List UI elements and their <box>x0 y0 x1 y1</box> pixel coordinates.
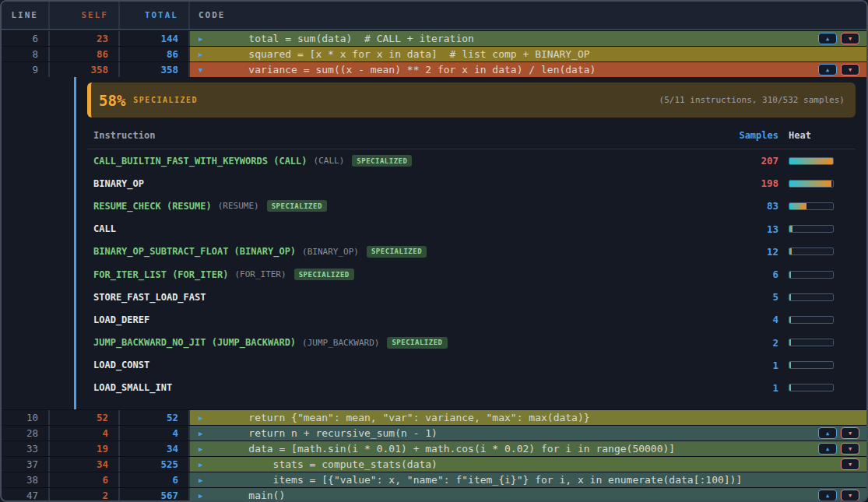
nav-buttons: ▲ ▼ <box>818 64 866 75</box>
code-cell[interactable]: ▼ variance = sum((x - mean) ** 2 for x i… <box>190 62 866 77</box>
code-cell[interactable]: ▶ return n + recursive_sum(n - 1) ▲ ▼ <box>190 426 866 441</box>
samples-value: 198 <box>732 177 778 189</box>
expander-icon[interactable]: ▶ <box>199 488 208 502</box>
instruction-row: STORE_FAST_LOAD_FAST 5 <box>87 286 856 308</box>
heat-cell <box>789 293 856 301</box>
heat-cell <box>789 316 856 324</box>
line-number: 8 <box>2 47 50 61</box>
nav-up-button[interactable]: ▲ <box>818 443 837 455</box>
line-number: 47 <box>2 488 50 502</box>
code-text: total = sum(data) # CALL + iteration <box>224 31 474 47</box>
instruction-base-name: (CALL) <box>314 156 345 166</box>
expander-icon[interactable]: ▶ <box>199 410 208 426</box>
heat-cell <box>789 225 856 233</box>
nav-down-button[interactable]: ▼ <box>841 458 859 470</box>
nav-down-button[interactable]: ▼ <box>841 33 859 44</box>
expander-icon[interactable]: ▶ <box>199 472 208 488</box>
heat-cell <box>789 271 856 279</box>
instruction-name: STORE_FAST_LOAD_FAST <box>93 292 206 303</box>
specialized-badge: SPECIALIZED <box>352 155 412 167</box>
expander-icon[interactable]: ▶ <box>199 457 208 472</box>
nav-down-button[interactable]: ▼ <box>841 64 859 75</box>
total-samples: 144 <box>120 31 190 46</box>
column-header-instruction: Instruction <box>93 130 732 141</box>
instruction-base-name: (BINARY_OP) <box>302 247 359 257</box>
self-samples: 34 <box>50 457 120 472</box>
table-row: 8 86 86 ▶ squared = [x * x for x in data… <box>2 46 866 61</box>
instruction-cell: STORE_FAST_LOAD_FAST <box>93 292 732 303</box>
heat-bar-fill <box>789 158 833 164</box>
instruction-row: FOR_ITER_LIST (FOR_ITER) (FOR_ITER) SPEC… <box>87 263 856 286</box>
code-cell[interactable]: ▶ total = sum(data) # CALL + iteration ▲… <box>190 31 866 46</box>
expander-icon[interactable]: ▼ <box>199 62 208 78</box>
profiler-window: LINE SELF TOTAL CODE 6 23 144 ▶ total = … <box>0 0 868 502</box>
code-cell[interactable]: ▶ squared = [x * x for x in data] # list… <box>190 47 866 61</box>
heat-bar <box>789 316 834 324</box>
self-samples: 23 <box>50 31 120 46</box>
specialized-badge: SPECIALIZED <box>367 246 427 258</box>
instruction-name: FOR_ITER_LIST (FOR_ITER) <box>93 269 228 280</box>
total-samples: 567 <box>120 488 190 502</box>
code-cell[interactable]: ▶ main() ▲ ▼ <box>190 488 866 502</box>
table-row: 38 6 6 ▶ items = [{"value": x, "name": f… <box>2 472 866 487</box>
heat-bar <box>789 339 834 346</box>
code-text: squared = [x * x for x in data] # list c… <box>224 47 590 62</box>
self-samples: 19 <box>50 441 120 456</box>
instruction-row: CALL 13 <box>87 218 856 240</box>
nav-down-button[interactable]: ▼ <box>841 427 859 439</box>
nav-up-button[interactable]: ▲ <box>818 33 837 44</box>
code-cell[interactable]: ▶ return {"mean": mean, "var": variance,… <box>190 410 866 425</box>
code-cell[interactable]: ▶ items = [{"value": x, "name": f"item_{… <box>190 472 866 487</box>
code-cell[interactable]: ▶ stats = compute_stats(data) ▼ <box>190 457 866 472</box>
heat-cell <box>789 339 856 346</box>
code-text: items = [{"value": x, "name": f"item_{i}… <box>224 472 742 488</box>
heat-bar <box>789 361 834 369</box>
expander-icon[interactable]: ▶ <box>199 31 208 47</box>
nav-up-button[interactable]: ▲ <box>818 490 837 501</box>
heat-cell <box>789 247 856 255</box>
instruction-cell: CALL_BUILTIN_FAST_WITH_KEYWORDS (CALL) (… <box>93 155 732 167</box>
instruction-name: RESUME_CHECK (RESUME) <box>93 201 212 212</box>
code-cell[interactable]: ▶ data = [math.sin(i * 0.01) + math.cos(… <box>190 441 866 456</box>
nav-up-button[interactable]: ▲ <box>818 64 837 75</box>
heat-cell <box>789 384 856 391</box>
table-row: 6 23 144 ▶ total = sum(data) # CALL + it… <box>2 30 866 46</box>
instruction-row: LOAD_CONST 1 <box>87 354 856 377</box>
instruction-name: CALL_BUILTIN_FAST_WITH_KEYWORDS (CALL) <box>93 156 307 167</box>
heat-bar <box>789 202 834 210</box>
heat-bar <box>789 225 834 233</box>
code-text: variance = sum((x - mean) ** 2 for x in … <box>224 62 596 78</box>
total-samples: 52 <box>120 410 190 425</box>
heat-bar <box>789 247 834 255</box>
line-number: 33 <box>2 441 50 456</box>
samples-value: 83 <box>732 200 778 212</box>
instruction-cell: RESUME_CHECK (RESUME) (RESUME) SPECIALIZ… <box>93 200 732 212</box>
heat-bar-fill <box>789 362 791 368</box>
heat-bar-fill <box>789 384 791 391</box>
nav-down-button[interactable]: ▼ <box>841 490 859 501</box>
heat-bar-fill <box>789 294 791 300</box>
samples-value: 2 <box>732 337 778 349</box>
expander-icon[interactable]: ▶ <box>199 47 208 62</box>
heat-bar <box>789 180 834 188</box>
instruction-row: RESUME_CHECK (RESUME) (RESUME) SPECIALIZ… <box>87 195 856 217</box>
samples-value: 4 <box>732 314 778 325</box>
specialized-badge: SPECIALIZED <box>387 337 447 349</box>
nav-down-button[interactable]: ▼ <box>841 443 859 455</box>
line-number: 37 <box>2 457 50 472</box>
nav-up-button[interactable]: ▲ <box>818 427 837 439</box>
specialized-percent: 58% <box>99 92 125 109</box>
self-samples: 2 <box>50 488 120 502</box>
line-number: 9 <box>2 62 50 77</box>
code-text: stats = compute_stats(data) <box>224 457 438 472</box>
nav-buttons: ▲ ▼ <box>818 443 866 455</box>
line-number: 38 <box>2 472 50 487</box>
instruction-row: JUMP_BACKWARD_NO_JIT (JUMP_BACKWARD) (JU… <box>87 332 856 354</box>
table-row: 33 19 34 ▶ data = [math.sin(i * 0.01) + … <box>2 441 866 456</box>
expander-icon[interactable]: ▶ <box>199 441 208 457</box>
samples-value: 6 <box>732 269 778 280</box>
instruction-row: LOAD_DEREF 4 <box>87 308 856 331</box>
expander-icon[interactable]: ▶ <box>199 426 208 441</box>
heat-cell <box>789 361 856 369</box>
self-samples: 4 <box>50 426 120 441</box>
